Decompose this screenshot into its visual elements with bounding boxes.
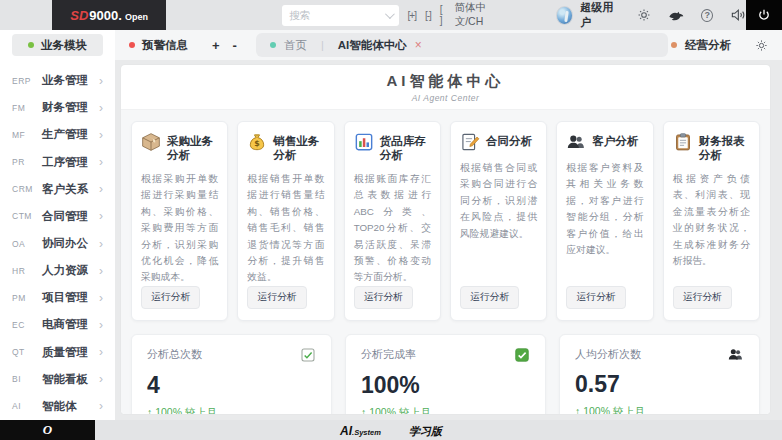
sidebar-item-mf[interactable]: MF生产管理› [0,121,115,148]
chevron-down-icon[interactable] [384,9,394,19]
power-button[interactable] [746,0,782,30]
sidebar-item-code: CTM [12,211,42,221]
sidebar-item-ctm[interactable]: CTM合同管理› [0,203,115,230]
checkbox-outline-icon [300,347,316,363]
zoom-in-icon[interactable]: [+] [408,10,416,21]
stat-card: 分析总次数4↑ 100% 较上月 [131,334,332,414]
tab-ai-agent-center[interactable]: AI智能体中心 × [338,38,422,53]
gear-icon[interactable] [637,8,651,22]
sidebar-item-label: 合同管理 [42,209,88,224]
sidebar-item-label: 工序管理 [42,155,88,170]
sidebar-item-code: PM [12,293,42,303]
sidebar-item-crm[interactable]: CRM客户关系› [0,176,115,203]
sidebar-item-pm[interactable]: PM项目管理› [0,284,115,311]
tab-strip: 首页 | AI智能体中心 × [256,33,668,57]
alert-add-button[interactable]: + [209,38,223,53]
run-analysis-button[interactable]: 运行分析 [354,286,413,309]
speaker-icon[interactable] [730,8,746,22]
app-window: SD9000.Open [+] [-] [ ] 简体中文/CH 超级用户 ? [0,0,782,440]
username-label[interactable]: 超级用户 [580,0,620,30]
agent-card: 财务报表分析根据资产负债表、利润表、现金流量表分析企业的财务状况，生成标准财务分… [663,121,760,321]
nav-row: 业务模块 预警信息 + - 首页 | AI智能体中心 × 经营分析 [0,30,782,60]
run-analysis-button[interactable]: 运行分析 [673,286,732,309]
checkbox-filled-icon [514,347,530,363]
agent-card-header: $销售业务分析 [247,132,324,163]
chevron-right-icon: › [99,128,103,142]
chevron-right-icon: › [99,264,103,278]
logo-9000: 9000. [89,8,122,23]
sidebar-item-fm[interactable]: FM财务管理› [0,94,115,121]
stat-card-top: 人均分析次数 [575,347,744,362]
agent-card-title: 采购业务分析 [167,132,218,163]
run-analysis-button[interactable]: 运行分析 [141,286,200,309]
agent-card-description: 根据客户资料及其相关业务数据，对客户进行智能分组，分析客户价值，给出应对建议。 [566,160,643,259]
business-analysis-section[interactable]: 经营分析 [671,38,782,53]
business-analysis-label: 经营分析 [685,38,731,53]
agent-card-header: 客户分析 [566,132,643,152]
run-analysis-button[interactable]: 运行分析 [460,286,519,309]
settings-gear-icon[interactable] [755,39,768,52]
memo-icon [460,132,480,152]
stat-value: 4 [147,372,316,399]
sidebar-item-code: CRM [12,184,42,194]
agent-card-title: 货品库存分析 [380,132,431,163]
sidebar-item-label: 协同办公 [42,236,88,251]
stat-card: 人均分析次数0.57↑ 100% 较上月 [559,334,760,414]
sidebar-item-hr[interactable]: HR人力资源› [0,257,115,284]
customers-icon [566,132,586,152]
sidebar-item-code: EC [12,320,42,330]
zoom-out-icon[interactable]: [-] [425,10,431,21]
content-panel: AI智能体中心 AI Agent Center 采购业务分析根据采购开单数据进行… [121,65,770,414]
search-input[interactable] [289,9,384,21]
stat-value: 0.57 [575,371,744,398]
agent-card: 合同分析根据销售合同或采购合同进行合同分析，识别潜在风险点，提供风险规避建议。运… [450,121,547,321]
avatar[interactable] [556,6,574,25]
sidebar-item-ec[interactable]: EC电商管理› [0,311,115,338]
sidebar-item-label: 客户关系 [42,182,88,197]
sidebar-item-pr[interactable]: PR工序管理› [0,148,115,175]
stat-value: 100% [361,372,530,399]
sidebar-item-label: 人力资源 [42,263,88,278]
module-header-tab[interactable]: 业务模块 [12,34,103,56]
agent-card: $销售业务分析根据销售开单数据进行销售量结构、销售价格、销售毛利、销售退货情况等… [237,121,334,321]
agent-card: 货品库存分析根据账面库存汇总表数据进行ABC分类、TOP20分析、交易活跃度、呆… [344,121,441,321]
svg-text:$: $ [255,139,261,148]
agent-card-description: 根据资产负债表、利润表、现金流量表分析企业的财务状况，生成标准财务分析报告。 [673,171,750,270]
chevron-right-icon: › [99,291,103,305]
tab-home[interactable]: 首页 [270,38,307,53]
page-header: AI智能体中心 AI Agent Center [121,65,770,110]
footer-brand-system: .System [352,428,381,437]
sidebar-item-ai[interactable]: AI智能体› [0,393,115,420]
sidebar-item-label: 智能体 [42,399,77,414]
orange-dot-icon [671,42,677,48]
chevron-right-icon: › [99,345,103,359]
sidebar-item-qt[interactable]: QT质量管理› [0,339,115,366]
module-header-label: 业务模块 [41,38,87,53]
alert-section[interactable]: 预警信息 + - [129,38,240,53]
sidebar-item-label: 业务管理 [42,73,88,88]
agent-card-title: 财务报表分析 [699,132,750,163]
stat-change: ↑ 100% 较上月 [575,405,744,414]
sidebar-item-code: OA [12,239,42,249]
run-analysis-button[interactable]: 运行分析 [566,286,625,309]
sidebar-item-label: 财务管理 [42,100,88,115]
alert-remove-button[interactable]: - [230,38,240,53]
main-area: ERP业务管理›FM财务管理›MF生产管理›PR工序管理›CRM客户关系›CTM… [0,60,782,420]
sidebar-item-label: 质量管理 [42,345,88,360]
sidebar-item-bi[interactable]: BI智能看板› [0,366,115,393]
language-selector[interactable]: 简体中文/CH [455,1,510,29]
run-analysis-button[interactable]: 运行分析 [247,286,306,309]
package-icon [141,132,161,152]
bird-icon[interactable] [668,9,684,22]
sidebar-item-code: MF [12,130,42,140]
footer-bar: AI.System学习版 O [0,420,782,440]
fullscreen-icon[interactable]: [ ] [440,4,445,26]
sidebar-item-label: 项目管理 [42,290,88,305]
sidebar-item-oa[interactable]: OA协同办公› [0,230,115,257]
agent-card-title: 客户分析 [592,132,638,148]
help-icon[interactable]: ? [701,9,713,22]
close-icon[interactable]: × [415,38,422,52]
sidebar-item-label: 电商管理 [42,317,88,332]
stats-row: 分析总次数4↑ 100% 较上月分析完成率100%↑ 100% 较上月人均分析次… [131,334,760,414]
sidebar-item-erp[interactable]: ERP业务管理› [0,67,115,94]
